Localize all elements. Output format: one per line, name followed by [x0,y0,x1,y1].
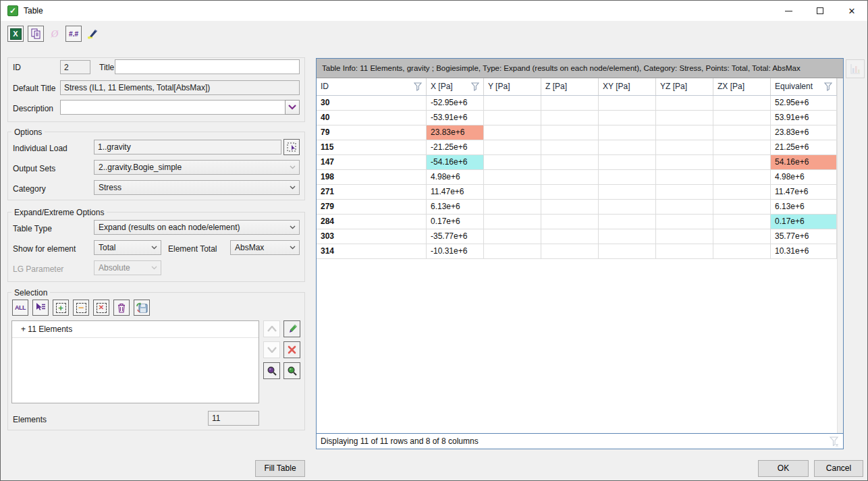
column-header[interactable]: X [Pa] [427,78,484,95]
export-excel-button[interactable]: X [7,26,24,42]
table-cell[interactable] [484,125,541,140]
column-header[interactable]: Y [Pa] [484,78,541,95]
table-cell[interactable]: 23.83e+6 [427,125,484,140]
table-cell[interactable] [713,244,771,258]
filter-icon[interactable] [824,82,832,91]
table-cell[interactable] [599,125,656,140]
table-cell[interactable] [541,215,599,229]
edit-selection-button[interactable] [283,320,300,337]
table-cell[interactable]: 0.17e+6 [427,215,484,229]
column-header[interactable]: Z [Pa] [541,78,599,95]
filter-icon[interactable] [471,82,479,91]
table-cell[interactable] [713,215,771,229]
table-cell[interactable]: -35.77e+6 [427,229,484,244]
table-cell[interactable]: 198 [317,170,427,184]
delete-item-button[interactable] [283,341,300,358]
table-cell[interactable]: 11.47e+6 [771,185,837,199]
title-input[interactable] [115,59,300,74]
table-cell[interactable] [599,185,656,199]
table-cell[interactable] [541,185,599,199]
table-cell[interactable] [599,229,656,244]
table-cell[interactable] [656,140,713,154]
column-header[interactable]: ID [317,78,427,95]
column-header[interactable]: XY [Pa] [599,78,656,95]
table-cell[interactable]: 279 [317,200,427,214]
add-selection-button[interactable]: + [53,300,69,316]
table-cell[interactable]: 23.83e+6 [771,125,837,140]
table-cell[interactable]: 4.98e+6 [771,170,837,184]
close-button[interactable]: ✕ [836,1,867,21]
table-cell[interactable] [541,111,599,125]
table-cell[interactable]: 6.13e+6 [771,200,837,214]
table-cell[interactable]: 10.31e+6 [771,244,837,258]
individual-load-field[interactable]: 1..gravity [94,140,281,154]
delete-selection-button[interactable] [113,300,130,316]
output-sets-select[interactable]: 2..gravity.Bogie_simple [94,160,300,175]
table-cell[interactable]: 35.77e+6 [771,229,837,244]
table-row[interactable]: 27111.47e+611.47e+6 [317,185,837,200]
table-cell[interactable]: 0.17e+6 [771,215,837,229]
table-cell[interactable] [541,229,599,244]
table-cell[interactable]: 284 [317,215,427,229]
table-cell[interactable] [713,155,771,169]
table-cell[interactable] [656,244,713,258]
table-cell[interactable] [541,140,599,154]
table-cell[interactable] [599,155,656,169]
column-header[interactable]: ZX [Pa] [713,78,771,95]
table-cell[interactable] [713,111,771,125]
table-cell[interactable]: -54.16e+6 [427,155,484,169]
category-select[interactable]: Stress [94,180,300,195]
table-cell[interactable]: 4.98e+6 [427,170,484,184]
table-row[interactable]: 115-21.25e+621.25e+6 [317,140,837,155]
selection-list[interactable]: + 11 Elements [11,320,259,403]
save-selection-button[interactable] [134,300,150,316]
table-cell[interactable]: -53.91e+6 [427,111,484,125]
highlight-button[interactable] [84,26,101,42]
table-row[interactable]: 303-35.77e+635.77e+6 [317,229,837,244]
table-cell[interactable] [599,200,656,214]
table-cell[interactable] [713,200,771,214]
table-cell[interactable] [656,215,713,229]
table-cell[interactable] [484,96,541,110]
table-cell[interactable] [599,111,656,125]
filter-icon[interactable] [414,82,422,91]
select-all-button[interactable]: ALL [12,300,28,316]
table-cell[interactable] [656,155,713,169]
table-cell[interactable]: 40 [317,111,427,125]
maximize-button[interactable] [805,1,836,21]
table-cell[interactable] [541,244,599,258]
table-row[interactable]: 2796.13e+66.13e+6 [317,200,837,215]
table-cell[interactable]: 314 [317,244,427,258]
table-cell[interactable] [484,244,541,258]
table-cell[interactable] [484,155,541,169]
table-cell[interactable]: 54.16e+6 [771,155,837,169]
table-cell[interactable] [713,170,771,184]
table-cell[interactable]: -10.31e+6 [427,244,484,258]
table-row[interactable]: 7923.83e+623.83e+6 [317,125,837,140]
description-dropdown-button[interactable] [285,100,300,115]
table-cell[interactable] [484,111,541,125]
table-cell[interactable] [599,215,656,229]
table-cell[interactable] [713,96,771,110]
selection-list-item[interactable]: + 11 Elements [12,321,259,338]
cancel-button[interactable]: Cancel [814,460,863,477]
table-cell[interactable]: -21.25e+6 [427,140,484,154]
table-cell[interactable] [484,229,541,244]
table-cell[interactable]: 53.91e+6 [771,111,837,125]
table-cell[interactable] [713,229,771,244]
zoom-all-button[interactable] [283,362,300,379]
table-cell[interactable] [713,185,771,199]
clear-filter-icon[interactable] [830,436,839,447]
table-cell[interactable] [541,200,599,214]
column-header[interactable]: YZ [Pa] [656,78,713,95]
table-cell[interactable]: 147 [317,155,427,169]
table-row[interactable]: 147-54.16e+654.16e+6 [317,155,837,170]
table-cell[interactable] [541,125,599,140]
table-row[interactable]: 1984.98e+64.98e+6 [317,170,837,185]
exclude-selection-button[interactable]: ✕ [93,300,109,316]
table-cell[interactable]: 30 [317,96,427,110]
pick-load-button[interactable] [283,139,300,155]
remove-selection-button[interactable]: − [73,300,89,316]
pick-from-model-button[interactable] [32,300,49,316]
table-cell[interactable]: 6.13e+6 [427,200,484,214]
